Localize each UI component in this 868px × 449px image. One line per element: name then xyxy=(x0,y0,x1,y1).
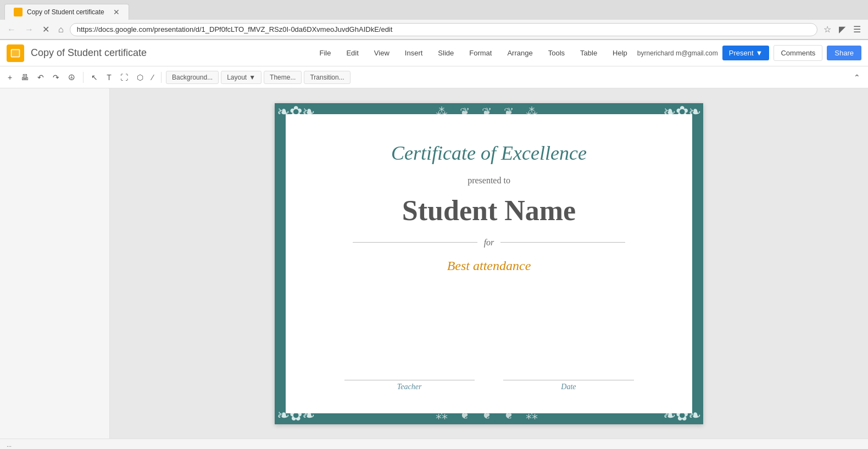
menu-file[interactable]: File xyxy=(316,47,335,59)
background-label: Background... xyxy=(172,74,213,81)
transition-button[interactable]: Transition... xyxy=(304,71,350,84)
menu-format[interactable]: Format xyxy=(466,47,495,59)
tab-close-btn[interactable]: ✕ xyxy=(113,8,120,16)
cert-line-right xyxy=(500,242,625,243)
share-button[interactable]: Share xyxy=(827,46,861,60)
present-dropdown-icon: ▼ xyxy=(756,49,763,57)
slide-container: ❧✿❧ ❧✿❧ ❧✿❧ ❧✿❧ ⁂ ❦ ❦ ❦ ⁂ ⁂ ❦ ❦ ❦ ⁂ Cert… xyxy=(275,103,703,424)
transition-label: Transition... xyxy=(310,74,344,81)
present-label: Present xyxy=(729,49,754,57)
cert-achievement[interactable]: Best attendance xyxy=(447,259,531,273)
home-btn[interactable]: ⌂ xyxy=(55,24,66,36)
layout-label: Layout xyxy=(227,74,247,81)
svg-rect-1 xyxy=(12,50,19,57)
cast-btn[interactable]: ◤ xyxy=(836,23,848,36)
back-btn[interactable]: ← xyxy=(4,24,19,36)
cert-date-col: Date xyxy=(503,380,633,391)
cert-for-label: for xyxy=(484,238,494,248)
layout-dropdown-icon: ▼ xyxy=(249,74,255,81)
header-right: byrnerichard m@gmail.com Present ▼ Comme… xyxy=(637,45,861,61)
app-header: Copy of Student certificate File Edit Vi… xyxy=(0,40,868,66)
bookmark-btn[interactable]: ☆ xyxy=(821,23,834,36)
menu-edit[interactable]: Edit xyxy=(343,47,361,59)
reload-btn[interactable]: ✕ xyxy=(40,23,52,36)
cert-student-name[interactable]: Student Name xyxy=(402,194,576,227)
menu-slide[interactable]: Slide xyxy=(435,47,457,59)
app-title: Copy of Student certificate xyxy=(31,47,310,59)
theme-label: Theme... xyxy=(270,74,296,81)
image-btn[interactable]: ⛶ xyxy=(117,71,131,84)
add-slide-btn[interactable]: + xyxy=(4,71,15,84)
address-bar: ← → ✕ ⌂ ☆ ◤ ☰ xyxy=(0,20,868,40)
layout-button[interactable]: Layout ▼ xyxy=(221,71,261,84)
menu-arrange[interactable]: Arrange xyxy=(504,47,536,59)
redo-btn[interactable]: ↷ xyxy=(49,71,63,84)
cert-date-line xyxy=(503,380,633,380)
cert-presented[interactable]: presented to xyxy=(468,176,510,186)
undo-btn[interactable]: ↶ xyxy=(34,71,47,84)
user-email[interactable]: byrnerichard m@gmail.com xyxy=(637,49,718,57)
tab-bar: Copy of Student certificate ✕ xyxy=(0,0,868,20)
slides-panel xyxy=(0,88,110,439)
cert-line-left xyxy=(353,242,477,243)
theme-button[interactable]: Theme... xyxy=(264,71,302,84)
menu-insert[interactable]: Insert xyxy=(402,47,426,59)
background-button[interactable]: Background... xyxy=(166,71,219,84)
extensions-btn[interactable]: ☰ xyxy=(850,23,864,36)
menu-tools[interactable]: Tools xyxy=(545,47,568,59)
main-area: ❧✿❧ ❧✿❧ ❧✿❧ ❧✿❧ ⁂ ❦ ❦ ❦ ⁂ ⁂ ❦ ❦ ❦ ⁂ Cert… xyxy=(0,88,868,439)
toolbar-separator-2 xyxy=(161,72,162,83)
present-button[interactable]: Present ▼ xyxy=(722,46,770,60)
cert-teacher-line xyxy=(344,380,475,380)
menu-table[interactable]: Table xyxy=(577,47,600,59)
active-tab[interactable]: Copy of Student certificate ✕ xyxy=(4,4,129,20)
comments-button[interactable]: Comments xyxy=(774,45,822,61)
slides-logo-icon xyxy=(10,48,21,59)
address-input[interactable] xyxy=(70,23,817,36)
toolbar-separator-1 xyxy=(83,72,84,83)
tab-favicon xyxy=(14,8,23,16)
slide-inner: Certificate of Excellence presented to S… xyxy=(286,114,692,413)
status-bar: ... xyxy=(0,439,868,449)
collapse-panel-btn[interactable]: ⌃ xyxy=(850,71,864,84)
print-btn[interactable]: 🖶 xyxy=(18,71,32,84)
cert-title[interactable]: Certificate of Excellence xyxy=(391,142,587,165)
paint-format-btn[interactable]: ☮ xyxy=(65,71,79,84)
nav-icons: ☆ ◤ ☰ xyxy=(821,23,864,36)
select-btn[interactable]: ↖ xyxy=(88,71,101,84)
header-menu: File Edit View Insert Slide Format Arran… xyxy=(316,47,631,59)
toolbar: + 🖶 ↶ ↷ ☮ ↖ T ⛶ ⬡ ∕ Background... Layout… xyxy=(0,66,868,88)
shape-btn[interactable]: ⬡ xyxy=(133,71,147,84)
cert-signature-row: Teacher Date xyxy=(344,374,634,391)
line-btn[interactable]: ∕ xyxy=(149,71,157,84)
forward-btn[interactable]: → xyxy=(22,24,36,36)
cert-teacher-label: Teacher xyxy=(397,383,422,391)
slide-content: Certificate of Excellence presented to S… xyxy=(297,125,681,402)
menu-view[interactable]: View xyxy=(371,47,393,59)
app-logo xyxy=(7,44,24,62)
cert-teacher-col: Teacher xyxy=(344,380,475,391)
slide-editing-area[interactable]: ❧✿❧ ❧✿❧ ❧✿❧ ❧✿❧ ⁂ ❦ ❦ ❦ ⁂ ⁂ ❦ ❦ ❦ ⁂ Cert… xyxy=(110,88,868,439)
text-btn[interactable]: T xyxy=(103,71,115,84)
tab-title: Copy of Student certificate xyxy=(27,8,104,16)
cert-for-row: for xyxy=(353,238,625,248)
status-text: ... xyxy=(7,441,12,448)
cert-date-label: Date xyxy=(561,383,576,391)
menu-help[interactable]: Help xyxy=(609,47,631,59)
